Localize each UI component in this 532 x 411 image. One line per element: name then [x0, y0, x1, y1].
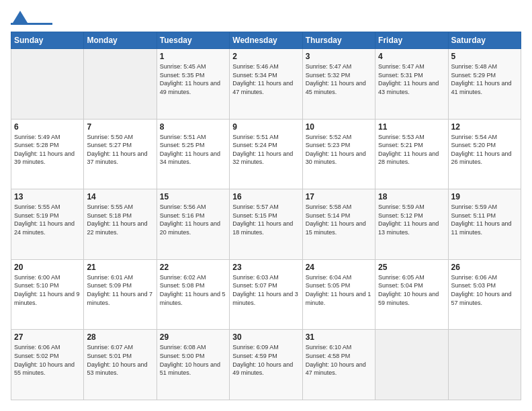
calendar-cell: 23Sunrise: 6:03 AM Sunset: 5:07 PM Dayli…	[230, 259, 302, 330]
day-number: 20	[14, 263, 81, 272]
day-info: Sunrise: 6:06 AM Sunset: 5:03 PM Dayligh…	[451, 273, 518, 307]
calendar-cell: 22Sunrise: 6:02 AM Sunset: 5:08 PM Dayli…	[157, 259, 229, 330]
day-info: Sunrise: 6:09 AM Sunset: 4:59 PM Dayligh…	[232, 343, 299, 377]
day-number: 18	[378, 192, 445, 201]
logo-underline	[11, 23, 52, 25]
calendar-table: SundayMondayTuesdayWednesdayThursdayFrid…	[11, 32, 521, 400]
calendar-cell: 2Sunrise: 5:46 AM Sunset: 5:34 PM Daylig…	[230, 49, 302, 120]
calendar-cell: 25Sunrise: 6:05 AM Sunset: 5:04 PM Dayli…	[375, 259, 448, 330]
calendar-cell: 14Sunrise: 5:55 AM Sunset: 5:18 PM Dayli…	[84, 189, 157, 260]
day-of-week-header: Thursday	[302, 32, 375, 49]
day-of-week-header: Sunday	[11, 32, 84, 49]
calendar-cell: 18Sunrise: 5:59 AM Sunset: 5:12 PM Dayli…	[375, 189, 448, 260]
calendar-cell: 11Sunrise: 5:53 AM Sunset: 5:21 PM Dayli…	[375, 119, 448, 189]
calendar-cell: 4Sunrise: 5:47 AM Sunset: 5:31 PM Daylig…	[375, 49, 448, 120]
calendar-cell	[84, 49, 157, 120]
day-number: 17	[306, 192, 372, 201]
calendar-cell: 24Sunrise: 6:04 AM Sunset: 5:05 PM Dayli…	[302, 259, 375, 330]
day-number: 23	[232, 263, 299, 272]
day-number: 14	[87, 192, 153, 201]
day-info: Sunrise: 5:49 AM Sunset: 5:28 PM Dayligh…	[14, 133, 81, 167]
logo	[11, 11, 54, 25]
day-info: Sunrise: 6:04 AM Sunset: 5:05 PM Dayligh…	[306, 273, 372, 307]
day-info: Sunrise: 5:45 AM Sunset: 5:35 PM Dayligh…	[160, 62, 226, 96]
calendar-cell: 27Sunrise: 6:06 AM Sunset: 5:02 PM Dayli…	[11, 330, 84, 400]
calendar-cell: 15Sunrise: 5:56 AM Sunset: 5:16 PM Dayli…	[157, 189, 229, 260]
page: SundayMondayTuesdayWednesdayThursdayFrid…	[0, 0, 532, 411]
calendar-cell	[11, 49, 84, 120]
calendar-cell	[448, 330, 521, 400]
day-number: 13	[14, 192, 81, 201]
day-info: Sunrise: 5:59 AM Sunset: 5:11 PM Dayligh…	[451, 203, 518, 236]
day-info: Sunrise: 5:51 AM Sunset: 5:25 PM Dayligh…	[160, 133, 226, 167]
day-number: 25	[378, 263, 445, 272]
calendar-week-row: 20Sunrise: 6:00 AM Sunset: 5:10 PM Dayli…	[11, 259, 521, 330]
day-info: Sunrise: 5:53 AM Sunset: 5:21 PM Dayligh…	[378, 133, 445, 167]
day-info: Sunrise: 6:10 AM Sunset: 4:58 PM Dayligh…	[306, 343, 372, 377]
day-number: 27	[14, 332, 81, 342]
day-info: Sunrise: 5:46 AM Sunset: 5:34 PM Dayligh…	[232, 62, 299, 96]
day-of-week-header: Tuesday	[157, 32, 229, 49]
day-info: Sunrise: 5:57 AM Sunset: 5:15 PM Dayligh…	[232, 203, 299, 236]
day-number: 1	[160, 52, 226, 61]
day-number: 6	[14, 122, 81, 132]
day-number: 9	[232, 122, 299, 132]
day-info: Sunrise: 5:56 AM Sunset: 5:16 PM Dayligh…	[160, 203, 226, 236]
calendar-week-row: 27Sunrise: 6:06 AM Sunset: 5:02 PM Dayli…	[11, 330, 521, 400]
day-number: 7	[87, 122, 153, 132]
day-info: Sunrise: 5:55 AM Sunset: 5:19 PM Dayligh…	[14, 203, 81, 236]
calendar-cell: 1Sunrise: 5:45 AM Sunset: 5:35 PM Daylig…	[157, 49, 229, 120]
day-number: 8	[160, 122, 226, 132]
day-info: Sunrise: 6:08 AM Sunset: 5:00 PM Dayligh…	[160, 343, 226, 377]
calendar-cell: 31Sunrise: 6:10 AM Sunset: 4:58 PM Dayli…	[302, 330, 375, 400]
svg-marker-0	[13, 11, 28, 23]
day-number: 10	[306, 122, 372, 132]
day-info: Sunrise: 5:47 AM Sunset: 5:32 PM Dayligh…	[306, 62, 372, 96]
calendar-cell: 10Sunrise: 5:52 AM Sunset: 5:23 PM Dayli…	[302, 119, 375, 189]
day-info: Sunrise: 6:07 AM Sunset: 5:01 PM Dayligh…	[87, 343, 153, 377]
day-info: Sunrise: 5:48 AM Sunset: 5:29 PM Dayligh…	[451, 62, 518, 96]
day-number: 11	[378, 122, 445, 132]
day-info: Sunrise: 6:05 AM Sunset: 5:04 PM Dayligh…	[378, 273, 445, 307]
calendar-week-row: 13Sunrise: 5:55 AM Sunset: 5:19 PM Dayli…	[11, 189, 521, 260]
day-info: Sunrise: 5:54 AM Sunset: 5:20 PM Dayligh…	[451, 133, 518, 167]
day-number: 4	[378, 52, 445, 61]
day-number: 28	[87, 332, 153, 342]
day-number: 16	[232, 192, 299, 201]
calendar-cell: 30Sunrise: 6:09 AM Sunset: 4:59 PM Dayli…	[230, 330, 302, 400]
day-info: Sunrise: 5:47 AM Sunset: 5:31 PM Dayligh…	[378, 62, 445, 96]
logo-icon	[13, 11, 28, 23]
calendar-cell	[375, 330, 448, 400]
calendar-cell: 28Sunrise: 6:07 AM Sunset: 5:01 PM Dayli…	[84, 330, 157, 400]
day-number: 31	[306, 332, 372, 342]
calendar-cell: 19Sunrise: 5:59 AM Sunset: 5:11 PM Dayli…	[448, 189, 521, 260]
day-info: Sunrise: 5:51 AM Sunset: 5:24 PM Dayligh…	[232, 133, 299, 167]
day-of-week-header: Wednesday	[230, 32, 302, 49]
day-info: Sunrise: 5:52 AM Sunset: 5:23 PM Dayligh…	[306, 133, 372, 167]
day-number: 30	[232, 332, 299, 342]
day-number: 26	[451, 263, 518, 272]
calendar-cell: 9Sunrise: 5:51 AM Sunset: 5:24 PM Daylig…	[230, 119, 302, 189]
day-info: Sunrise: 5:58 AM Sunset: 5:14 PM Dayligh…	[306, 203, 372, 236]
day-info: Sunrise: 6:03 AM Sunset: 5:07 PM Dayligh…	[232, 273, 299, 307]
calendar-cell: 3Sunrise: 5:47 AM Sunset: 5:32 PM Daylig…	[302, 49, 375, 120]
calendar-week-row: 1Sunrise: 5:45 AM Sunset: 5:35 PM Daylig…	[11, 49, 521, 120]
day-number: 12	[451, 122, 518, 132]
calendar-week-row: 6Sunrise: 5:49 AM Sunset: 5:28 PM Daylig…	[11, 119, 521, 189]
header	[11, 11, 521, 25]
calendar-cell: 12Sunrise: 5:54 AM Sunset: 5:20 PM Dayli…	[448, 119, 521, 189]
day-info: Sunrise: 6:01 AM Sunset: 5:09 PM Dayligh…	[87, 273, 153, 307]
day-of-week-header: Saturday	[448, 32, 521, 49]
day-number: 19	[451, 192, 518, 201]
day-of-week-header: Friday	[375, 32, 448, 49]
calendar-cell: 29Sunrise: 6:08 AM Sunset: 5:00 PM Dayli…	[157, 330, 229, 400]
calendar-cell: 21Sunrise: 6:01 AM Sunset: 5:09 PM Dayli…	[84, 259, 157, 330]
day-info: Sunrise: 6:06 AM Sunset: 5:02 PM Dayligh…	[14, 343, 81, 377]
day-number: 3	[306, 52, 372, 61]
day-info: Sunrise: 5:50 AM Sunset: 5:27 PM Dayligh…	[87, 133, 153, 167]
calendar-cell: 13Sunrise: 5:55 AM Sunset: 5:19 PM Dayli…	[11, 189, 84, 260]
calendar-cell: 6Sunrise: 5:49 AM Sunset: 5:28 PM Daylig…	[11, 119, 84, 189]
calendar-cell: 16Sunrise: 5:57 AM Sunset: 5:15 PM Dayli…	[230, 189, 302, 260]
calendar-cell: 5Sunrise: 5:48 AM Sunset: 5:29 PM Daylig…	[448, 49, 521, 120]
day-info: Sunrise: 5:55 AM Sunset: 5:18 PM Dayligh…	[87, 203, 153, 236]
